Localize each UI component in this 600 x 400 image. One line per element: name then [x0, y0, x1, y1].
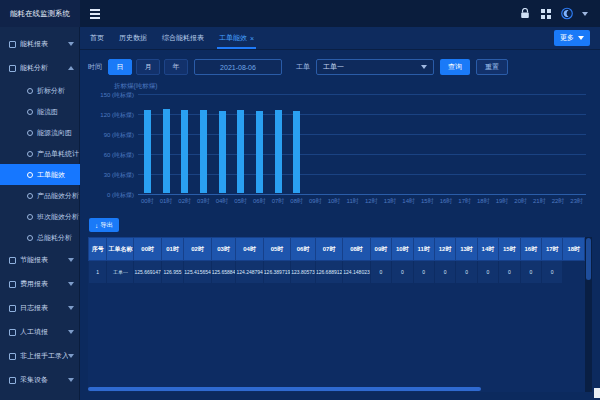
sidebar-nav: 能耗报表能耗分析折标分析能流图能源流向图产品单耗统计工单能效产品能效分析班次能效…	[0, 27, 80, 400]
sidebar-group-offline-manual-entry[interactable]: 非上报手工录入	[0, 344, 80, 368]
scrollbar-corner	[594, 388, 600, 398]
bar-00时[interactable]	[144, 110, 151, 193]
sidebar-item-label: 能源流向图	[37, 128, 72, 138]
table-header-cell: 06时	[291, 238, 316, 261]
bar-chart: 折标煤(吨标煤) 00时01时02时03时04时05时06时07时08时09时1…	[88, 82, 592, 212]
user-avatar[interactable]	[561, 8, 573, 20]
table-header-cell: 序号	[89, 238, 107, 261]
sidebar-item-shift-efficiency-analysis[interactable]: 班次能效分析	[0, 206, 80, 227]
table-cell: 0	[477, 261, 498, 284]
sidebar-item-label: 工单能效	[37, 170, 65, 180]
tab-workorder-efficiency[interactable]: 工单能效×	[219, 27, 254, 49]
bar-01时[interactable]	[163, 109, 170, 193]
horizontal-scrollbar[interactable]	[88, 387, 481, 391]
hamburger-menu-icon[interactable]	[90, 9, 100, 19]
date-input[interactable]	[194, 59, 282, 75]
bar-08时[interactable]	[293, 111, 300, 193]
more-button-label: 更多	[560, 33, 574, 43]
table-header-cell: 18时	[563, 238, 585, 261]
export-button[interactable]: ↓ 导出	[89, 218, 119, 232]
sidebar-group-energy-saving-report[interactable]: 节能报表	[0, 248, 80, 272]
table-cell: 126.389719	[263, 261, 290, 284]
sidebar-group-cost-report[interactable]: 费用报表	[0, 272, 80, 296]
lock-icon[interactable]	[519, 8, 531, 20]
sidebar-item-product-efficiency-analysis[interactable]: 产品能效分析	[0, 185, 80, 206]
reset-button-label: 重置	[485, 62, 499, 72]
sidebar-group-label: 节能报表	[20, 255, 68, 265]
table-header-cell: 03时	[211, 238, 236, 261]
tab-label: 首页	[90, 33, 104, 43]
table-cell: 125.669147	[134, 261, 161, 284]
sidebar-group-log-report[interactable]: 日志报表	[0, 296, 80, 320]
sidebar-group-manual-fill[interactable]: 人工填报	[0, 320, 80, 344]
bar-06时[interactable]	[256, 111, 263, 193]
table-header-cell: 01时	[161, 238, 183, 261]
bar-04时[interactable]	[219, 111, 226, 193]
time-filter-label: 时间	[88, 62, 102, 72]
tab-comprehensive-energy-report[interactable]: 综合能耗报表	[162, 27, 204, 49]
sidebar-group-label: 能耗分析	[20, 63, 68, 73]
y-axis-tick-label: 150 (吨标煤)	[88, 91, 134, 100]
sidebar-item-energy-flow-chart[interactable]: 能流图	[0, 101, 80, 122]
table-row[interactable]: 1工单一125.669147126.955125.415654125.65884…	[89, 261, 585, 284]
tab-close-icon[interactable]: ×	[250, 35, 254, 42]
main-area: 首页历史数据综合能耗报表工单能效× 更多 时间 日月年 工单 工单一 查询	[80, 0, 600, 400]
reset-button[interactable]: 重置	[476, 59, 508, 75]
tab-label: 综合能耗报表	[162, 33, 204, 43]
tab-label: 工单能效	[219, 33, 247, 43]
search-button[interactable]: 查询	[440, 59, 470, 75]
bullet-icon	[27, 88, 33, 94]
menu-item-icon	[9, 329, 16, 336]
y-axis-tick-label: 30 (吨标煤)	[88, 171, 134, 180]
filter-bar: 时间 日月年 工单 工单一 查询 重置	[88, 57, 592, 77]
tab-history-data[interactable]: 历史数据	[119, 27, 147, 49]
tabbar: 首页历史数据综合能耗报表工单能效× 更多	[80, 27, 600, 50]
apps-grid-icon[interactable]	[540, 8, 552, 20]
bullet-icon	[27, 130, 33, 136]
sidebar-group-label: 能耗报表	[20, 39, 68, 49]
x-axis-tick-label: 23时	[566, 197, 588, 206]
sidebar-item-product-unit-consumption[interactable]: 产品单耗统计	[0, 143, 80, 164]
open-tabs: 首页历史数据综合能耗报表工单能效×	[90, 27, 254, 49]
active-tab-underline	[217, 47, 256, 49]
bar-05时[interactable]	[237, 110, 244, 193]
workorder-filter-label: 工单	[296, 62, 310, 72]
sidebar-group-label: 日志报表	[20, 303, 68, 313]
workorder-select-value: 工单一	[323, 62, 344, 72]
chevron-down-icon[interactable]	[582, 12, 588, 16]
period-button-月[interactable]: 月	[136, 59, 160, 75]
sidebar-item-workorder-efficiency[interactable]: 工单能效	[0, 164, 80, 185]
vertical-scrollbar-thumb[interactable]	[586, 238, 591, 280]
chevron-down-icon	[68, 258, 74, 262]
sidebar-item-conversion-analysis[interactable]: 折标分析	[0, 80, 80, 101]
bar-02时[interactable]	[181, 110, 188, 193]
workorder-select[interactable]: 工单一	[316, 59, 434, 75]
table-header-cell: 05时	[263, 238, 290, 261]
export-row: ↓ 导出	[89, 216, 592, 234]
sidebar-group-energy-report[interactable]: 能耗报表	[0, 32, 80, 56]
bullet-icon	[27, 193, 33, 199]
table-header-cell: 00时	[134, 238, 161, 261]
app-title: 能耗在线监测系统	[0, 0, 80, 27]
bar-03时[interactable]	[200, 110, 207, 193]
bullet-icon	[27, 172, 33, 178]
tab-home[interactable]: 首页	[90, 27, 104, 49]
sidebar-group-energy-analysis[interactable]: 能耗分析	[0, 56, 80, 80]
table-cell: 124.248794	[236, 261, 263, 284]
sidebar-group-collection-device[interactable]: 采集设备	[0, 368, 80, 392]
app-window: 能耗在线监测系统 能耗报表能耗分析折标分析能流图能源流向图产品单耗统计工单能效产…	[0, 0, 600, 400]
sidebar-item-energy-flow-direction[interactable]: 能源流向图	[0, 122, 80, 143]
more-button[interactable]: 更多	[554, 30, 590, 46]
vertical-scrollbar[interactable]	[585, 237, 592, 392]
period-button-年[interactable]: 年	[164, 59, 188, 75]
sidebar: 能耗在线监测系统 能耗报表能耗分析折标分析能流图能源流向图产品单耗统计工单能效产…	[0, 0, 80, 400]
menu-item-icon	[9, 353, 16, 360]
chevron-down-icon	[421, 65, 427, 69]
bar-07时[interactable]	[275, 110, 282, 193]
table-header-cell: 17时	[542, 238, 563, 261]
chevron-down-icon	[68, 306, 74, 310]
gridline	[138, 94, 586, 95]
y-axis-tick-label: 60 (吨标煤)	[88, 151, 134, 160]
sidebar-item-total-energy-analysis[interactable]: 总能耗分析	[0, 227, 80, 248]
period-button-日[interactable]: 日	[108, 59, 132, 75]
